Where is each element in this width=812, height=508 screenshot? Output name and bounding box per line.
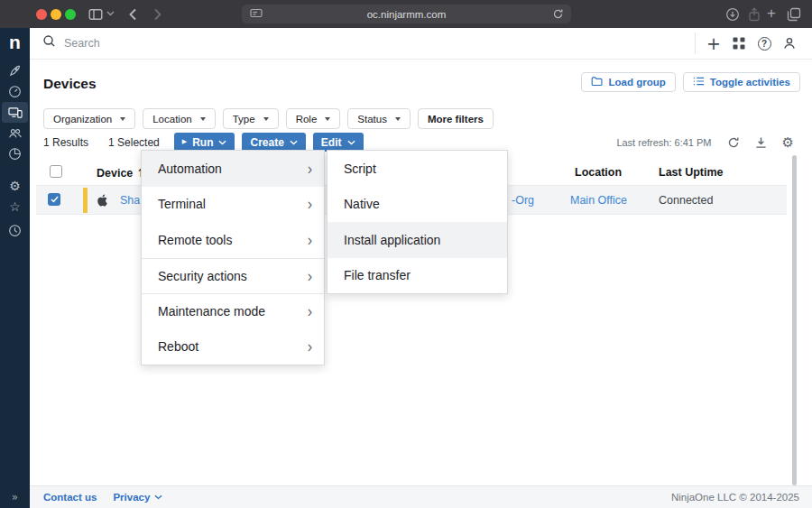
menu-item-maintenance-mode[interactable]: Maintenance mode › [142, 293, 324, 329]
toggle-activities-label: Toggle activities [710, 77, 790, 88]
chevron-down-icon [290, 140, 298, 145]
sidebar-chevron-icon[interactable] [106, 11, 121, 25]
chevron-right-icon: › [308, 194, 312, 214]
chevron-right-icon: › [308, 337, 312, 356]
getting-started-rocket-icon[interactable] [0, 60, 30, 80]
chevron-right-icon: › [308, 301, 312, 321]
minimize-window-button[interactable] [51, 9, 61, 20]
play-icon: ▶ [182, 139, 187, 145]
last-refresh-text: Last refresh: 6:41 PM [616, 137, 711, 148]
back-icon[interactable] [126, 7, 141, 22]
search-input[interactable] [64, 37, 245, 50]
downloads-icon[interactable] [725, 7, 740, 22]
device-header-label: Device [97, 167, 133, 180]
menu-item-label: Remote tools [158, 233, 232, 247]
location-filter[interactable]: Location [143, 108, 215, 129]
type-filter[interactable]: Type [223, 108, 279, 129]
browser-chrome: oc.ninjarmm.com + [0, 0, 812, 28]
submenu-item-native[interactable]: Native [328, 187, 507, 223]
dashboard-icon[interactable] [0, 81, 30, 101]
apps-grid-icon[interactable] [726, 28, 752, 59]
reporting-pie-icon[interactable] [0, 143, 30, 163]
menu-item-label: Automation [158, 162, 222, 176]
zoom-window-button[interactable] [65, 9, 76, 20]
submenu-item-script[interactable]: Script [328, 151, 507, 187]
role-filter[interactable]: Role [286, 108, 341, 129]
menu-item-terminal[interactable]: Terminal › [142, 187, 324, 223]
submenu-item-file-transfer[interactable]: File transfer [328, 258, 507, 294]
table-settings-gear-icon[interactable]: ⚙ [782, 134, 794, 151]
results-count: 1 Results [43, 136, 88, 149]
submenu-item-label: Native [344, 197, 380, 211]
selected-count: 1 Selected [108, 136, 160, 149]
load-group-label: Load group [608, 77, 665, 88]
edit-button[interactable]: Edit [313, 133, 364, 152]
role-filter-label: Role [296, 114, 318, 125]
tab-overview-icon[interactable] [787, 7, 801, 22]
load-group-button[interactable]: Load group [581, 72, 675, 92]
edit-button-label: Edit [321, 136, 342, 149]
run-button-label: Run [192, 136, 213, 149]
automation-submenu: Script Native Install application File t… [327, 150, 508, 294]
menu-item-automation[interactable]: Automation › [142, 151, 324, 187]
sidebar-toggle-icon[interactable] [88, 7, 103, 22]
recent-history-icon[interactable] [0, 220, 30, 240]
menu-item-security-actions[interactable]: Security actions › [142, 258, 324, 294]
close-window-button[interactable] [36, 9, 47, 20]
add-icon[interactable]: + [701, 28, 726, 59]
search-icon [42, 34, 56, 51]
run-dropdown-menu: Automation › Terminal › Remote tools › S… [141, 150, 325, 365]
create-button[interactable]: Create [242, 133, 305, 152]
more-filters-label: More filters [428, 114, 484, 125]
caret-down-icon [395, 117, 401, 121]
menu-item-reboot[interactable]: Reboot › [142, 329, 324, 365]
toggle-activities-button[interactable]: Toggle activities [683, 72, 800, 92]
export-download-icon[interactable] [755, 136, 767, 149]
forward-icon[interactable] [150, 7, 164, 22]
location-column-header[interactable]: Location [575, 166, 622, 179]
row-checkbox[interactable] [48, 193, 60, 206]
new-tab-icon[interactable]: + [767, 5, 781, 19]
device-name-link[interactable]: Sha [120, 194, 140, 207]
menu-item-remote-tools[interactable]: Remote tools › [142, 222, 324, 258]
check-icon [51, 196, 59, 203]
folder-icon [591, 76, 603, 88]
last-uptime-value: Connected [659, 194, 713, 207]
table-scrollbar[interactable] [792, 155, 797, 485]
refresh-icon[interactable] [727, 136, 740, 149]
organization-link[interactable]: -Org [512, 194, 534, 207]
status-filter[interactable]: Status [347, 108, 411, 129]
copyright-text: NinjaOne LLC © 2014-2025 [671, 492, 799, 503]
reload-icon[interactable] [552, 8, 564, 22]
privacy-link[interactable]: Privacy [113, 492, 162, 503]
type-filter-label: Type [233, 114, 255, 125]
select-all-checkbox[interactable] [50, 165, 62, 178]
contact-us-link[interactable]: Contact us [43, 492, 97, 503]
share-icon[interactable] [747, 7, 761, 22]
ninjaone-logo[interactable]: n [0, 32, 30, 53]
sidebar-expand-icon[interactable]: » [0, 491, 30, 503]
administration-gear-icon[interactable]: ⚙ [0, 176, 30, 196]
favorites-star-icon[interactable]: ☆ [0, 197, 30, 217]
submenu-item-label: File transfer [344, 268, 411, 282]
organization-filter[interactable]: Organization [43, 108, 135, 129]
device-column-header[interactable]: Device ↑ [97, 166, 145, 180]
create-button-label: Create [250, 136, 283, 149]
submenu-item-install-application[interactable]: Install application [328, 222, 507, 258]
chevron-down-icon [218, 140, 226, 145]
menu-item-label: Terminal [158, 197, 206, 211]
devices-icon[interactable] [0, 102, 30, 122]
menu-item-label: Security actions [158, 269, 247, 283]
run-button[interactable]: ▶ Run [174, 133, 235, 152]
last-uptime-column-header[interactable]: Last Uptime [659, 166, 724, 179]
chevron-right-icon: › [308, 159, 312, 179]
location-link[interactable]: Main Office [570, 194, 627, 207]
help-icon[interactable]: ? [752, 28, 777, 59]
more-filters-button[interactable]: More filters [418, 108, 494, 129]
address-bar[interactable]: oc.ninjarmm.com [242, 5, 571, 23]
page-title: Devices [43, 76, 97, 92]
user-profile-icon[interactable] [777, 28, 802, 59]
device-status-bar [83, 188, 88, 213]
app-topbar: + ? [30, 28, 812, 60]
end-users-icon[interactable] [0, 123, 30, 143]
